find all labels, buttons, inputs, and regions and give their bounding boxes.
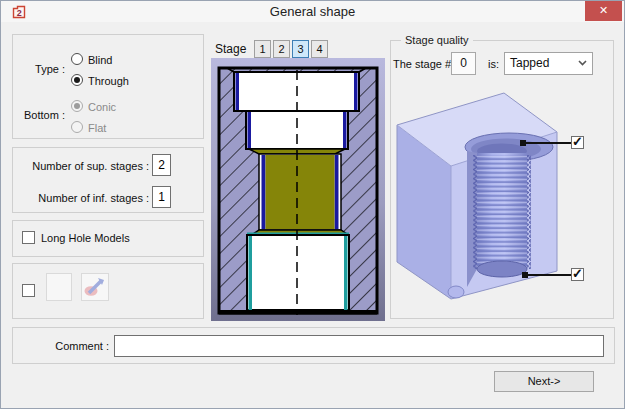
stage-number-field[interactable]: 0 <box>451 52 476 75</box>
stage-button-2[interactable]: 2 <box>273 40 290 58</box>
close-button[interactable]: ✕ <box>585 1 622 21</box>
radio-blind-label[interactable]: Blind <box>88 54 112 66</box>
leader-line-bottom <box>527 274 571 276</box>
stage-quality-label: Stage quality <box>401 34 473 46</box>
inf-stages-input[interactable] <box>152 186 171 208</box>
radio-through-label[interactable]: Through <box>88 75 129 87</box>
leader-line-top <box>525 142 571 144</box>
preview-3d <box>393 89 609 317</box>
stage-number-label: The stage # <box>393 58 451 70</box>
comment-label: Comment : <box>21 340 109 352</box>
long-hole-checkbox[interactable] <box>22 231 35 244</box>
comment-input[interactable] <box>114 335 604 357</box>
radio-flat-label: Flat <box>88 122 106 134</box>
radio-conic-label: Conic <box>88 101 116 113</box>
window-title: General shape <box>1 4 624 19</box>
sup-stages-label: Number of sup. stages : <box>16 160 149 172</box>
quality-select-value: Tapped <box>510 56 549 70</box>
radio-through[interactable] <box>71 74 83 86</box>
hole-bottom-opening <box>477 261 527 277</box>
title-bar: 2 General shape ✕ <box>1 1 624 22</box>
stage-label: Stage <box>215 42 246 56</box>
type-label: Type : <box>17 63 65 75</box>
is-label: is: <box>488 58 499 70</box>
inf-stages-label: Number of inf. stages : <box>16 192 149 204</box>
color-picker-button[interactable] <box>81 273 109 301</box>
stage-button-4[interactable]: 4 <box>311 40 328 58</box>
long-hole-label[interactable]: Long Hole Models <box>41 232 130 244</box>
color-checkbox[interactable] <box>22 284 35 297</box>
close-icon: ✕ <box>599 4 608 16</box>
check-icon: ✓ <box>572 134 583 149</box>
radio-flat <box>71 121 83 133</box>
radio-blind[interactable] <box>71 53 83 65</box>
sup-stages-input[interactable] <box>152 154 171 176</box>
chevron-down-icon <box>578 60 587 66</box>
check-icon: ✓ <box>572 266 583 281</box>
stage-button-1[interactable]: 1 <box>254 40 271 58</box>
color-swatch-button[interactable] <box>46 273 72 301</box>
general-shape-dialog: 2 General shape ✕ Type : Blind Through B… <box>0 0 625 409</box>
next-button[interactable]: Next-> <box>494 371 594 392</box>
stage-4-cavity <box>247 235 349 310</box>
thread-bottom-checkbox[interactable]: ✓ <box>571 268 584 281</box>
radio-conic <box>71 100 83 112</box>
quality-select[interactable]: Tapped <box>504 52 593 75</box>
cross-section-drawing <box>211 58 385 321</box>
stage-button-3[interactable]: 3 <box>292 40 309 58</box>
pipette-icon <box>82 274 108 300</box>
bottom-label: Bottom : <box>17 109 65 121</box>
thread-top-checkbox[interactable]: ✓ <box>571 136 584 149</box>
